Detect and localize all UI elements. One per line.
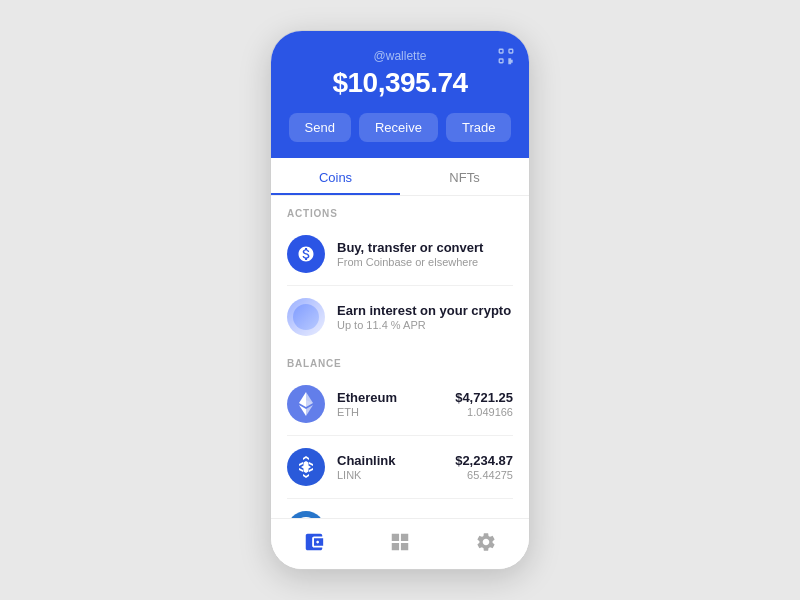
- buy-transfer-item[interactable]: Buy, transfer or convert From Coinbase o…: [271, 225, 529, 283]
- buy-transfer-text: Buy, transfer or convert From Coinbase o…: [337, 240, 513, 268]
- nav-settings[interactable]: [455, 529, 517, 555]
- phone-frame: @wallette $10,395.74 Send Receive Trade …: [270, 30, 530, 570]
- receive-button[interactable]: Receive: [359, 113, 438, 142]
- ethereum-qty: 1.049166: [455, 406, 513, 418]
- earn-bubble-inner: [293, 304, 319, 330]
- action-buttons-row: Send Receive Trade: [289, 113, 512, 142]
- nav-grid[interactable]: [369, 529, 431, 555]
- trade-button[interactable]: Trade: [446, 113, 511, 142]
- earn-interest-subtitle: Up to 11.4 % APR: [337, 319, 513, 331]
- tab-coins[interactable]: Coins: [271, 158, 400, 195]
- divider-1: [287, 285, 513, 286]
- svg-rect-0: [499, 49, 503, 53]
- ethereum-name: Ethereum: [337, 390, 443, 405]
- username: @wallette: [374, 49, 427, 63]
- header: @wallette $10,395.74 Send Receive Trade: [271, 31, 529, 158]
- nav-wallet[interactable]: [283, 529, 345, 555]
- chainlink-name: Chainlink: [337, 453, 443, 468]
- chainlink-text: Chainlink LINK: [337, 453, 443, 481]
- ethereum-item[interactable]: Ethereum ETH $4,721.25 1.049166: [271, 375, 529, 433]
- buy-transfer-icon: [287, 235, 325, 273]
- chainlink-qty: 65.44275: [455, 469, 513, 481]
- earn-interest-text: Earn interest on your crypto Up to 11.4 …: [337, 303, 513, 331]
- earn-interest-icon: [287, 298, 325, 336]
- divider-2: [287, 435, 513, 436]
- buy-transfer-subtitle: From Coinbase or elsewhere: [337, 256, 513, 268]
- chainlink-item[interactable]: Chainlink LINK $2,234.87 65.44275: [271, 438, 529, 496]
- ethereum-symbol: ETH: [337, 406, 443, 418]
- bottom-nav: [271, 518, 529, 569]
- earn-interest-title: Earn interest on your crypto: [337, 303, 513, 318]
- balance-section-label: BALANCE: [271, 346, 529, 375]
- earn-interest-item[interactable]: Earn interest on your crypto Up to 11.4 …: [271, 288, 529, 346]
- chainlink-amount: $2,234.87 65.44275: [455, 453, 513, 481]
- svg-rect-2: [499, 59, 503, 63]
- chainlink-icon: [287, 448, 325, 486]
- tab-nfts[interactable]: NFTs: [400, 158, 529, 195]
- tabs: Coins NFTs: [271, 158, 529, 196]
- ethereum-text: Ethereum ETH: [337, 390, 443, 418]
- usdc-icon: $: [287, 511, 325, 518]
- scan-icon[interactable]: [497, 47, 515, 70]
- content-area: ACTIONS Buy, transfer or convert From Co…: [271, 196, 529, 518]
- svg-point-13: [287, 511, 325, 518]
- actions-section-label: ACTIONS: [271, 196, 529, 225]
- divider-3: [287, 498, 513, 499]
- buy-transfer-title: Buy, transfer or convert: [337, 240, 513, 255]
- svg-rect-1: [509, 49, 513, 53]
- ethereum-usd: $4,721.25: [455, 390, 513, 405]
- send-button[interactable]: Send: [289, 113, 351, 142]
- usdc-item[interactable]: $ USD Coin USDC $1,942.00 1,942.00: [271, 501, 529, 518]
- ethereum-amount: $4,721.25 1.049166: [455, 390, 513, 418]
- balance-amount: $10,395.74: [332, 67, 467, 99]
- chainlink-usd: $2,234.87: [455, 453, 513, 468]
- ethereum-icon: [287, 385, 325, 423]
- chainlink-symbol: LINK: [337, 469, 443, 481]
